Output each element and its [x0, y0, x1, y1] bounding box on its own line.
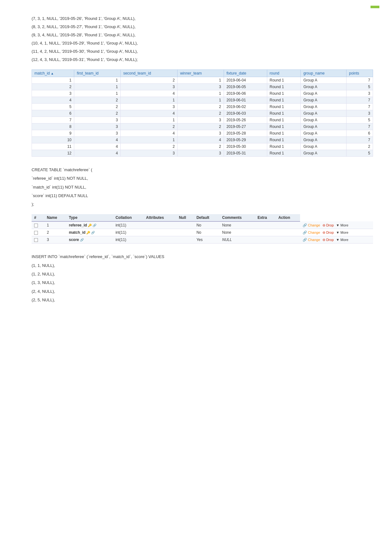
sql-insert-line: (8, 3, 2, NULL, '2019-05-27', 'Round 1',… [32, 23, 373, 31]
match-table-col-header[interactable]: second_team_id [121, 70, 178, 77]
sql-insert-line: (9, 3, 4, NULL, '2019-05-28', 'Round 1',… [32, 31, 373, 39]
table-cell: 12 [32, 150, 74, 157]
table-cell: 4 [74, 143, 121, 150]
insert-line: (2, 4, NULL), [32, 287, 373, 296]
table-cell: 4 [178, 137, 224, 143]
table-cell: 6 [346, 130, 373, 137]
table-row: 83222019-05-27Round 1Group A7 [32, 123, 373, 130]
create-table-block: CREATE TABLE `matchreferee` ( `referee_i… [32, 166, 373, 208]
field-default-cell: None [220, 229, 255, 236]
table-row: 2match_id 🔑 🔗int(11)NoNone🔗 Change ⊖ Dro… [32, 229, 373, 236]
edit-icon-2[interactable]: 🔗 [92, 224, 96, 227]
field-null-cell: No [194, 221, 220, 229]
table-cell: Round 1 [267, 117, 301, 123]
table-cell: 4 [74, 137, 121, 143]
table-cell: Round 1 [267, 130, 301, 137]
table-cell: 7 [346, 97, 373, 104]
field-type-cell: int(11) [113, 236, 144, 244]
insert-line: (2, 5, NULL), [32, 296, 373, 304]
struct-col-header: Default [194, 214, 220, 221]
table-cell: 2019-05-30 [224, 143, 267, 150]
drop-button[interactable]: ⊖ Drop [323, 231, 334, 234]
change-button[interactable]: 🔗 Change [303, 238, 320, 242]
table-cell: 1 [178, 97, 224, 104]
field-attributes-cell [176, 236, 194, 244]
edit-icon[interactable]: 🔗 [79, 238, 84, 242]
create-table-line: `match_id` int(11) NOT NULL, [32, 183, 373, 191]
table-cell: Group A [301, 143, 347, 150]
table-cell: 3 [346, 90, 373, 97]
table-row: 93432019-05-28Round 1Group A6 [32, 130, 373, 137]
table-cell: Round 1 [267, 97, 301, 104]
row-num: 3 [44, 236, 66, 244]
null-value: NULL [222, 238, 232, 242]
row-checkbox[interactable] [34, 238, 38, 242]
table-cell: 3 [178, 150, 224, 157]
struct-col-header: Comments [220, 214, 255, 221]
field-default-cell: NULL [220, 236, 255, 244]
table-cell: 7 [346, 123, 373, 130]
edit-icon[interactable]: 🔑 [86, 231, 90, 234]
table-cell: Group A [301, 77, 347, 84]
table-cell: Group A [301, 130, 347, 137]
create-table-line: ); [32, 200, 373, 208]
table-row: 73132019-05-26Round 1Group A5 [32, 117, 373, 123]
change-button[interactable]: 🔗 Change [303, 231, 320, 234]
match-table-col-header[interactable]: points [346, 70, 373, 77]
table-cell: Group A [301, 117, 347, 123]
edit-icon-2[interactable]: 🔗 [90, 231, 95, 234]
table-cell: Round 1 [267, 150, 301, 157]
field-name-cell: score 🔗 [66, 236, 113, 244]
table-cell: 5 [346, 117, 373, 123]
row-checkbox-cell [32, 229, 44, 236]
table-cell: 10 [32, 137, 74, 143]
row-checkbox[interactable] [34, 231, 38, 235]
table-row: 104142019-05-29Round 1Group A7 [32, 137, 373, 143]
sql-insert-line: (10, 4, 1, NULL, '2019-05-29', 'Round 1'… [32, 39, 373, 47]
field-default-cell: None [220, 221, 255, 229]
drop-button[interactable]: ⊖ Drop [323, 238, 334, 242]
table-cell: 1 [74, 84, 121, 90]
match-table-col-header[interactable]: round [267, 70, 301, 77]
row-checkbox-cell [32, 221, 44, 229]
create-table-line: `score` int(11) DEFAULT NULL [32, 191, 373, 200]
table-cell: Group A [301, 150, 347, 157]
drop-button[interactable]: ⊖ Drop [323, 223, 334, 227]
insert-line: (1, 2, NULL), [32, 270, 373, 278]
field-name-cell: match_id 🔑 🔗 [66, 229, 113, 236]
more-button[interactable]: ▼ More [336, 223, 348, 227]
match-table-col-header[interactable]: match_id [32, 70, 74, 77]
change-button[interactable]: 🔗 Change [303, 223, 320, 227]
match-table-col-header[interactable]: winner_team [178, 70, 224, 77]
match-table-col-header[interactable]: first_team_id [74, 70, 121, 77]
table-row: 124332019-05-31Round 1Group A5 [32, 150, 373, 157]
match-table-col-header[interactable]: group_name [301, 70, 347, 77]
row-checkbox[interactable] [34, 224, 38, 227]
table-cell: Round 1 [267, 90, 301, 97]
table-cell: 4 [74, 150, 121, 157]
struct-col-header: Type [66, 214, 113, 221]
table-cell: 3 [178, 117, 224, 123]
table-cell: 2 [121, 143, 178, 150]
table-row: 21332019-06-05Round 1Group A5 [32, 84, 373, 90]
field-collation-cell [143, 221, 176, 229]
field-attributes-cell [176, 221, 194, 229]
more-button[interactable]: ▼ More [336, 238, 348, 242]
more-button[interactable]: ▼ More [336, 231, 348, 234]
edit-icon[interactable]: 🔑 [87, 224, 92, 227]
struct-col-header: Collation [113, 214, 144, 221]
struct-col-header: # [32, 214, 44, 221]
table-cell: Round 1 [267, 104, 301, 110]
table-cell: 1 [32, 77, 74, 84]
sql-insert-line: (12, 4, 3, NULL, '2019-05-31', 'Round 1'… [32, 56, 373, 64]
page-number [371, 6, 379, 8]
field-extra-cell [276, 221, 300, 229]
table-cell: 6 [32, 110, 74, 117]
table-cell: 3 [178, 130, 224, 137]
field-comments-cell [255, 221, 276, 229]
create-table-line: CREATE TABLE `matchreferee` ( [32, 166, 373, 174]
match-table-col-header[interactable]: fixture_date [224, 70, 267, 77]
table-cell: Group A [301, 137, 347, 143]
table-cell: 2 [178, 123, 224, 130]
table-cell: 2 [32, 84, 74, 90]
